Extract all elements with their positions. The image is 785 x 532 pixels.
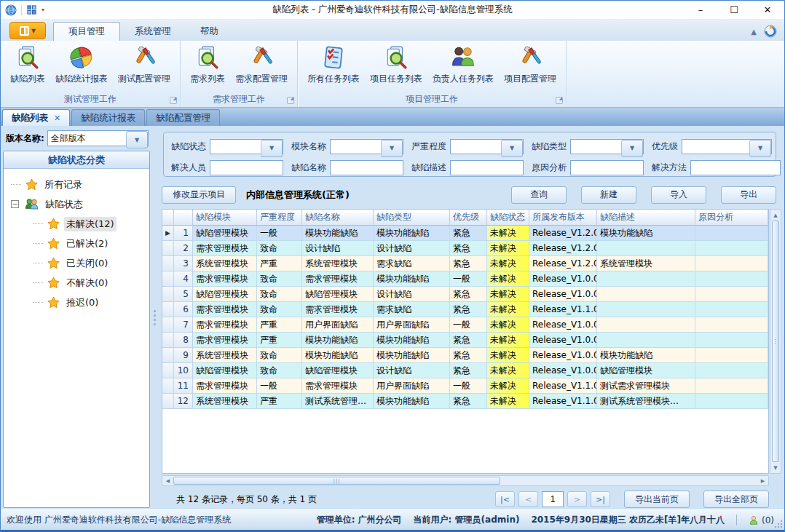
- modify-display-button[interactable]: 修改显示项目: [162, 186, 236, 204]
- close-tab-icon[interactable]: ✕: [54, 114, 60, 123]
- page-number-input[interactable]: [542, 491, 564, 507]
- resize-grip[interactable]: [774, 520, 783, 528]
- table-row[interactable]: 10缺陷管理模块致命缺陷管理模块设计缺陷紧急未解决Release_V1.0.0缺…: [162, 363, 768, 378]
- tree-expander-icon[interactable]: −: [11, 200, 19, 208]
- next-page-button[interactable]: >: [567, 491, 587, 507]
- maximize-button[interactable]: ☐: [717, 1, 751, 19]
- filter-combobox-优先级[interactable]: ▼: [682, 139, 772, 154]
- action-button-导出[interactable]: 导出: [721, 186, 776, 204]
- prev-page-button[interactable]: <: [518, 491, 538, 507]
- chevron-down-icon[interactable]: ▾: [42, 7, 44, 13]
- table-row[interactable]: 2需求管理模块致命设计缺陷设计缺陷紧急未解决Release_V1.2.0: [162, 241, 768, 256]
- ribbon-button-缺陷统计报表[interactable]: 缺陷统计报表: [50, 43, 113, 87]
- vertical-scrollbar[interactable]: ▲ ▼: [770, 209, 781, 474]
- dialog-launcher-icon[interactable]: [170, 97, 177, 104]
- chevron-down-icon[interactable]: ▼: [749, 140, 771, 157]
- filter-input-原因分析[interactable]: [570, 160, 644, 175]
- table-row[interactable]: 8需求管理模块严重模块功能缺陷模块功能缺陷紧急未解决Release_V1.0.0: [162, 333, 768, 348]
- column-header-缺陷名称[interactable]: 缺陷名称: [302, 210, 374, 226]
- splitter-handle[interactable]: [152, 126, 157, 509]
- chevron-down-icon[interactable]: ▼: [261, 140, 283, 157]
- online-users[interactable]: (0): [749, 515, 774, 525]
- ribbon-button-负责人任务列表[interactable]: 负责人任务列表: [427, 43, 499, 87]
- filter-input-缺陷描述[interactable]: [450, 160, 524, 175]
- tree-item-所有记录[interactable]: 所有记录: [11, 175, 146, 194]
- first-page-button[interactable]: |<: [495, 491, 515, 507]
- ribbon-button-测试配置管理[interactable]: 测试配置管理: [113, 43, 175, 87]
- column-header-优先级[interactable]: 优先级: [450, 210, 487, 226]
- column-header[interactable]: [174, 210, 193, 226]
- filter-input-缺陷名称[interactable]: [330, 160, 403, 175]
- ribbon-button-所有任务列表[interactable]: 所有任务列表: [302, 43, 365, 87]
- help-icon[interactable]: [764, 25, 777, 38]
- table-row[interactable]: 5缺陷管理模块致命缺陷管理模块设计缺陷紧急未解决Release_V1.0.0: [162, 287, 768, 302]
- collapse-ribbon-icon[interactable]: ▲: [751, 28, 757, 36]
- table-row[interactable]: 12系统管理模块严重测试系统管理…模块功能缺陷紧急未解决Release_V1.1…: [162, 394, 768, 409]
- doc-tab-缺陷统计报表[interactable]: 缺陷统计报表: [71, 109, 145, 126]
- table-row[interactable]: 9系统管理模块致命模块功能缺陷模块功能缺陷紧急未解决Release_V1.0.0…: [162, 348, 768, 363]
- column-header-缺陷描述[interactable]: 缺陷描述: [597, 210, 695, 226]
- ribbon-tab-项目管理[interactable]: 项目管理: [53, 22, 120, 41]
- scroll-right-icon[interactable]: ▶: [757, 478, 768, 484]
- chevron-down-icon[interactable]: ▼: [621, 140, 643, 157]
- chevron-down-icon[interactable]: ▼: [381, 140, 403, 157]
- table-row[interactable]: 3系统管理模块严重系统管理模块需求缺陷紧急未解决Release_V1.2.0系统…: [162, 256, 768, 271]
- column-header-解决方法[interactable]: 解决方法: [768, 210, 769, 226]
- column-header-严重程度[interactable]: 严重程度: [257, 210, 302, 226]
- version-combobox[interactable]: 全部版本 ▼: [47, 130, 149, 146]
- tree-item-推迟(0)[interactable]: 推迟(0): [33, 293, 146, 312]
- column-header-缺陷状态[interactable]: 缺陷状态: [487, 210, 529, 226]
- column-header-缺陷类型[interactable]: 缺陷类型: [374, 210, 450, 226]
- tree-item-不解决(0)[interactable]: 不解决(0): [33, 273, 146, 293]
- action-button-新建[interactable]: 新建: [581, 186, 636, 204]
- last-page-button[interactable]: >|: [591, 491, 610, 507]
- scroll-left-icon[interactable]: ◀: [162, 478, 173, 484]
- scrollbar-thumb[interactable]: [772, 221, 779, 462]
- filter-input-解决方法[interactable]: [690, 160, 781, 175]
- scrollbar-thumb[interactable]: [173, 477, 500, 485]
- column-header-所属发布版本[interactable]: 所属发布版本: [529, 210, 597, 226]
- tree-item-未解决(12)[interactable]: 未解决(12): [33, 214, 146, 234]
- ribbon-button-缺陷列表[interactable]: 缺陷列表: [5, 43, 50, 87]
- tree-item-缺陷状态[interactable]: −缺陷状态: [11, 194, 146, 214]
- column-header-原因分析[interactable]: 原因分析: [695, 210, 768, 226]
- export-all-pages-button[interactable]: 导出全部页: [703, 491, 769, 508]
- chevron-down-icon[interactable]: ▼: [126, 131, 148, 148]
- application-menu-button[interactable]: ▼: [9, 22, 46, 39]
- export-current-page-button[interactable]: 导出当前页: [624, 491, 690, 508]
- filter-combobox-缺陷状态[interactable]: ▼: [210, 139, 283, 154]
- table-row[interactable]: 4需求管理模块致命需求管理模块模块功能缺陷一般未解决Release_V1.0.0: [162, 271, 768, 287]
- scroll-down-icon[interactable]: ▼: [770, 462, 781, 473]
- tree-item-已关闭(0)[interactable]: 已关闭(0): [33, 253, 146, 273]
- table-row[interactable]: ▶1缺陷管理模块一般模块功能缺陷模块功能缺陷紧急未解决Release_V1.2.…: [162, 226, 768, 241]
- scroll-up-icon[interactable]: ▲: [770, 210, 781, 221]
- minimize-button[interactable]: –: [684, 1, 717, 19]
- dialog-launcher-icon[interactable]: [287, 97, 294, 104]
- ribbon-tab-系统管理[interactable]: 系统管理: [120, 22, 186, 41]
- ribbon-tab-帮助[interactable]: 帮助: [186, 22, 233, 41]
- dialog-launcher-icon[interactable]: [556, 97, 563, 104]
- ribbon-button-需求列表[interactable]: 需求列表: [185, 43, 230, 87]
- doc-tab-缺陷列表[interactable]: 缺陷列表✕: [2, 109, 70, 126]
- filter-input-解决人员[interactable]: [210, 160, 283, 175]
- close-button[interactable]: ✕: [751, 1, 784, 19]
- column-header[interactable]: [162, 210, 174, 226]
- table-row[interactable]: 7需求管理模块严重用户界面缺陷用户界面缺陷一般未解决Release_V1.0.0: [162, 317, 768, 333]
- chevron-down-icon[interactable]: ▼: [501, 140, 523, 157]
- filter-combobox-缺陷类型[interactable]: ▼: [570, 139, 644, 154]
- doc-tab-缺陷配置管理[interactable]: 缺陷配置管理: [146, 109, 220, 126]
- table-row[interactable]: 11需求管理模块一般需求管理模块用户界面缺陷一般未解决Release_V1.1.…: [162, 378, 768, 394]
- ribbon-button-需求配置管理[interactable]: 需求配置管理: [230, 43, 293, 87]
- horizontal-scrollbar[interactable]: ◀ ▶: [162, 475, 769, 486]
- filter-combobox-严重程度[interactable]: ▼: [450, 139, 524, 154]
- layout-grid-icon[interactable]: [26, 4, 37, 15]
- table-row[interactable]: 6需求管理模块致命需求管理模块需求缺陷紧急未解决Release_V1.1.0: [162, 302, 768, 317]
- tree-item-已解决(2)[interactable]: 已解决(2): [33, 234, 146, 253]
- app-globe-icon[interactable]: [5, 4, 17, 16]
- ribbon-button-项目任务列表[interactable]: 项目任务列表: [365, 43, 427, 87]
- ribbon-button-项目配置管理[interactable]: 项目配置管理: [499, 43, 561, 87]
- action-button-查询[interactable]: 查询: [511, 186, 567, 204]
- column-header-缺陷模块[interactable]: 缺陷模块: [193, 210, 257, 226]
- action-button-导入[interactable]: 导入: [651, 186, 706, 204]
- filter-combobox-模块名称[interactable]: ▼: [330, 139, 403, 154]
